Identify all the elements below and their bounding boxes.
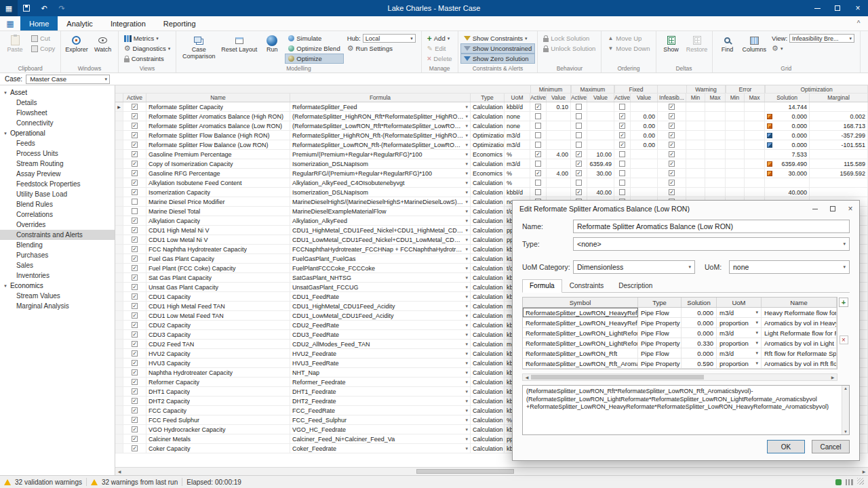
- cell-type[interactable]: Calculation: [471, 425, 505, 434]
- checkbox-active[interactable]: ✓: [132, 274, 138, 281]
- cell-warning-min[interactable]: [686, 131, 705, 140]
- checkbox-min-active[interactable]: [535, 113, 541, 119]
- watch-button[interactable]: Watch: [90, 33, 116, 64]
- cell-formula[interactable]: CDU3_FeedRate▾: [290, 330, 471, 339]
- add-button[interactable]: +Add▾: [424, 33, 456, 43]
- cell-infeasibility[interactable]: ✓: [658, 178, 686, 187]
- sidebar-item-purchases[interactable]: Purchases: [0, 250, 115, 260]
- cell-fixed-value[interactable]: [631, 178, 658, 187]
- cell-infeasibility[interactable]: ✓: [658, 150, 686, 159]
- cell-symbol[interactable]: ReformateSplitter_LowRON_HeavyReformate: [523, 308, 638, 317]
- checkbox-active[interactable]: ✓: [132, 322, 138, 328]
- row-indicator[interactable]: [115, 302, 123, 310]
- cell-fixed-value[interactable]: [631, 150, 658, 159]
- cell-max-active[interactable]: [571, 112, 587, 121]
- cell-name[interactable]: HVU3 Capacity: [146, 359, 290, 367]
- cell-type[interactable]: Calculation: [471, 112, 505, 121]
- cell-max-active[interactable]: ✓: [571, 169, 587, 178]
- tab-reporting[interactable]: Reporting: [155, 16, 205, 30]
- cell-formula[interactable]: Coker_Feedrate▾: [290, 444, 471, 453]
- cell-min-active[interactable]: [530, 112, 547, 121]
- cell-formula[interactable]: Reformer_Feedrate▾: [290, 378, 471, 386]
- dropdown-arrow-icon[interactable]: ▾: [465, 351, 468, 357]
- cell-active[interactable]: ✓: [123, 226, 146, 235]
- cell-name[interactable]: Gasoline Premium Percentage: [146, 150, 290, 159]
- dialog-tab-constraints[interactable]: Constraints: [562, 279, 612, 292]
- column-header-type[interactable]: Type: [638, 298, 682, 307]
- file-menu-button[interactable]: ▦: [0, 16, 20, 30]
- tree-section-operational[interactable]: ▼Operational: [0, 128, 115, 138]
- checkbox-max-active[interactable]: [576, 132, 582, 138]
- cell-type[interactable]: Calculation: [471, 330, 505, 339]
- cell-min-value[interactable]: 0.10: [547, 102, 571, 111]
- cell-type[interactable]: Calculation: [471, 321, 505, 329]
- checkbox-infeasibility[interactable]: ✓: [669, 104, 675, 110]
- cell-formula[interactable]: (ReformateSplitter_HighRON_Rft*Reformate…: [290, 112, 471, 121]
- explorer-button[interactable]: Explorer: [63, 33, 90, 64]
- cell-formula[interactable]: Isomerization_DSLNapIsom▾: [290, 159, 471, 168]
- checkbox-fixed-active[interactable]: [619, 180, 625, 186]
- column-header-symbol[interactable]: Symbol: [523, 298, 638, 307]
- cell-type[interactable]: Calculation: [471, 368, 505, 377]
- redo-button[interactable]: ↷: [53, 0, 71, 16]
- cell-uom[interactable]: kbbl/d: [505, 188, 530, 197]
- cell-active[interactable]: ✓: [123, 292, 146, 301]
- sidebar-item-blending[interactable]: Blending: [0, 240, 115, 250]
- cell-formula[interactable]: HVU3_FeedRate▾: [290, 359, 471, 367]
- cell-type[interactable]: Pipe Flow: [638, 348, 682, 358]
- cell-solution[interactable]: 0.000: [765, 121, 810, 130]
- checkbox-active[interactable]: ✓: [132, 151, 138, 157]
- cell-solution[interactable]: [765, 178, 810, 187]
- cell-warning-max[interactable]: [705, 150, 726, 159]
- grid-column-header-type-4[interactable]: Type: [471, 94, 505, 102]
- show-constraints-button[interactable]: Show Constraints▾: [460, 33, 536, 43]
- maximize-button[interactable]: [827, 0, 848, 16]
- cell-active[interactable]: ✓: [123, 444, 146, 453]
- cell-type[interactable]: Calculation: [471, 264, 505, 272]
- row-indicator[interactable]: [115, 216, 123, 225]
- deltas-show-button[interactable]: Show: [658, 33, 684, 64]
- cell-warning-min[interactable]: [686, 178, 705, 187]
- cell-uom[interactable]: m3/d: [505, 159, 530, 168]
- cell-max-value[interactable]: [587, 112, 614, 121]
- checkbox-min-active[interactable]: [535, 142, 541, 148]
- cell-type[interactable]: Calculation: [471, 406, 505, 415]
- cut-button[interactable]: Cut: [28, 33, 58, 43]
- cell-error-min[interactable]: [726, 140, 745, 149]
- row-indicator[interactable]: [115, 340, 123, 348]
- cell-active[interactable]: ✓: [123, 216, 146, 225]
- cell-max-active[interactable]: [571, 131, 587, 140]
- cell-name[interactable]: Reformer Capacity: [146, 378, 290, 386]
- cell-type[interactable]: Calculation: [471, 178, 505, 187]
- sidebar-item-marginal-analysis[interactable]: Marginal Analysis: [0, 301, 115, 311]
- dropdown-arrow-icon[interactable]: ▾: [465, 436, 468, 442]
- cell-type[interactable]: Economics: [471, 150, 505, 159]
- dropdown-arrow-icon[interactable]: ▾: [465, 418, 468, 423]
- cell-error-min[interactable]: [726, 169, 745, 178]
- show-zero-solution-button[interactable]: Show Zero Solution: [460, 54, 536, 64]
- cell-name[interactable]: CDU1 High Metal Ni V: [146, 226, 290, 235]
- cell-max-active[interactable]: [571, 140, 587, 149]
- formula-textarea[interactable]: (ReformateSplitter_LowRON_Rft*ReformateS…: [522, 385, 850, 435]
- checkbox-infeasibility[interactable]: ✓: [669, 151, 675, 157]
- cell-warning-max[interactable]: [705, 102, 726, 111]
- checkbox-active[interactable]: ✓: [132, 436, 138, 442]
- dialog-tab-description[interactable]: Description: [611, 279, 660, 292]
- cell-uom[interactable]: proportion▾: [717, 318, 762, 327]
- cell-symbol[interactable]: ReformateSplitter_LowRON_LightReformate: [523, 328, 638, 338]
- cell-active[interactable]: ✓: [123, 434, 146, 443]
- resize-grip-icon[interactable]: [857, 478, 864, 485]
- grid-column-header-active-8[interactable]: Active: [571, 94, 587, 102]
- cell-fixed-active[interactable]: [614, 102, 631, 111]
- tab-home[interactable]: Home: [20, 16, 58, 30]
- reset-layout-button[interactable]: Reset Layout: [219, 33, 259, 64]
- tree-section-economics[interactable]: ▼Economics: [0, 281, 115, 291]
- dropdown-arrow-icon[interactable]: ▾: [465, 199, 468, 205]
- cell-formula[interactable]: ReformateSplitter_LowRON_Rft-(ReformateS…: [290, 140, 471, 149]
- cell-formula[interactable]: FCC_FeedRate▾: [290, 406, 471, 415]
- cell-active[interactable]: ✓: [123, 264, 146, 272]
- grid-column-header-max-16[interactable]: Max: [745, 94, 765, 102]
- cell-solution[interactable]: 30.000: [765, 169, 810, 178]
- checkbox-active[interactable]: ✓: [132, 170, 138, 176]
- checkbox-fixed-active[interactable]: [619, 189, 625, 195]
